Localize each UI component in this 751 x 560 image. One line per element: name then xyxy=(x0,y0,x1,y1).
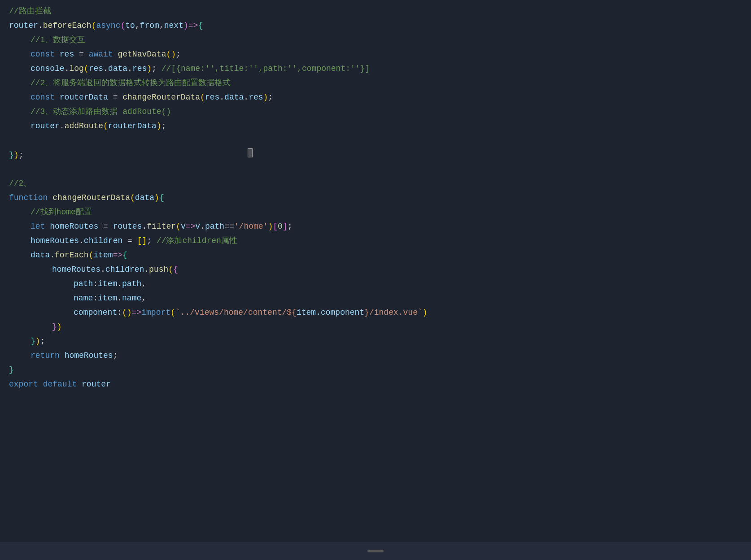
code-editor: //路由拦截 router.beforeEach(async(to,from,n… xyxy=(0,0,751,560)
code-line-16: let homeRoutes = routes.filter(v=>v.path… xyxy=(0,220,751,234)
code-line-9: router.addRoute(routerData); xyxy=(0,119,751,134)
code-line-5: console.log(res.data.res); //[{name:'',t… xyxy=(0,62,751,76)
code-line-22: component:()=>import(`../views/home/cont… xyxy=(0,306,751,320)
code-line-21: name:item.name, xyxy=(0,291,751,306)
code-line-11: }); xyxy=(0,148,751,162)
code-line-6: //2、将服务端返回的数据格式转换为路由配置数据格式 xyxy=(0,76,751,91)
router-var: router xyxy=(9,19,38,32)
code-line-24: }); xyxy=(0,334,751,349)
code-line-13: //2、 xyxy=(0,177,751,191)
code-line-20: path:item.path, xyxy=(0,277,751,291)
code-line-26: } xyxy=(0,363,751,378)
comment-text: //路由拦截 xyxy=(9,5,51,18)
code-line-19: homeRoutes.children.push({ xyxy=(0,263,751,277)
bottom-bar xyxy=(0,542,751,560)
code-line-4: const res = await getNavData(); xyxy=(0,48,751,62)
code-line-3: //1、数据交互 xyxy=(0,33,751,48)
code-line-12 xyxy=(0,162,751,177)
text-cursor xyxy=(248,148,253,157)
code-line-23: }) xyxy=(0,320,751,334)
before-each-func: beforeEach xyxy=(43,19,92,32)
pill-icon xyxy=(367,550,384,552)
code-line-18: data.forEach(item=>{ xyxy=(0,248,751,263)
code-line-27: export default router xyxy=(0,378,751,392)
code-line-17: homeRoutes.children = []; //添加children属性 xyxy=(0,234,751,248)
code-line-8: //3、动态添加路由数据 addRoute() xyxy=(0,105,751,119)
code-line-7: const routerData = changeRouterData(res.… xyxy=(0,91,751,105)
code-line-2: router.beforeEach(async(to,from,next)=>{ xyxy=(0,19,751,33)
code-line-15: //找到home配置 xyxy=(0,205,751,220)
code-line-25: return homeRoutes; xyxy=(0,349,751,363)
code-line-1: //路由拦截 xyxy=(0,4,751,19)
code-line-10 xyxy=(0,134,751,148)
code-line-14: function changeRouterData(data){ xyxy=(0,191,751,205)
router-identifier: router xyxy=(82,378,111,391)
